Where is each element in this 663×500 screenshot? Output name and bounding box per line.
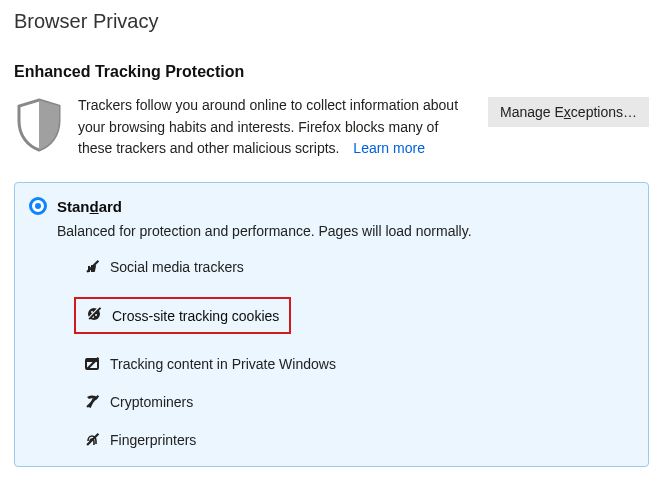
highlight-cross-site: Cross-site tracking cookies bbox=[74, 297, 291, 334]
shield-icon bbox=[14, 95, 64, 156]
learn-more-link[interactable]: Learn more bbox=[353, 140, 425, 156]
standard-label-underline: d bbox=[90, 198, 99, 215]
manage-prefix: Manage E bbox=[500, 104, 564, 120]
standard-description: Balanced for protection and performance.… bbox=[57, 223, 630, 239]
tracker-label: Cryptominers bbox=[110, 394, 193, 410]
standard-option-card[interactable]: Standard Balanced for protection and per… bbox=[14, 182, 649, 467]
page-title: Browser Privacy bbox=[14, 10, 649, 33]
manage-suffix: ceptions… bbox=[571, 104, 637, 120]
window-slash-icon bbox=[84, 356, 100, 372]
pickaxe-slash-icon bbox=[84, 394, 100, 410]
tracker-label: Tracking content in Private Windows bbox=[110, 356, 336, 372]
tracker-item-social: Social media trackers bbox=[84, 259, 630, 275]
etp-description: Trackers follow you around online to col… bbox=[78, 95, 474, 160]
tracker-list: Social media trackers Cross-site trackin… bbox=[84, 259, 630, 448]
manage-underline: x bbox=[564, 104, 571, 120]
tracker-label: Fingerprinters bbox=[110, 432, 196, 448]
standard-label: Standard bbox=[57, 198, 122, 215]
manage-exceptions-button[interactable]: Manage Exceptions… bbox=[488, 97, 649, 127]
standard-radio[interactable] bbox=[29, 197, 47, 215]
tracker-item-private: Tracking content in Private Windows bbox=[84, 356, 630, 372]
etp-row: Trackers follow you around online to col… bbox=[14, 95, 649, 160]
etp-heading: Enhanced Tracking Protection bbox=[14, 63, 649, 81]
tracker-item-fingerprinters: Fingerprinters bbox=[84, 432, 630, 448]
svg-point-2 bbox=[91, 311, 93, 313]
standard-head: Standard bbox=[29, 197, 630, 215]
thumb-slash-icon bbox=[84, 259, 100, 275]
cookie-slash-icon bbox=[86, 306, 102, 325]
fingerprint-slash-icon bbox=[84, 432, 100, 448]
tracker-label: Cross-site tracking cookies bbox=[112, 308, 279, 324]
standard-label-suffix: ard bbox=[99, 198, 122, 215]
tracker-label: Social media trackers bbox=[110, 259, 244, 275]
standard-label-prefix: Stan bbox=[57, 198, 90, 215]
tracker-item-cryptominers: Cryptominers bbox=[84, 394, 630, 410]
